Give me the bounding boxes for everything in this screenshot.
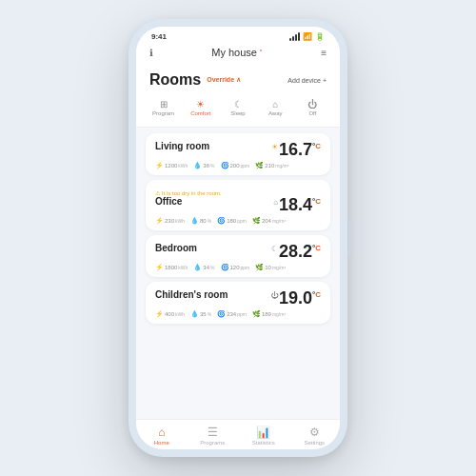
tab-program[interactable]: ⊞ Program [146,96,181,119]
stat-air-quality: 🌿 10 mg/m³ [255,264,286,271]
humidity-icon: 💧 [190,310,199,318]
off-mode-icon: ⏻ [270,291,278,300]
house-selector[interactable]: My house ˅ [211,47,263,58]
room-stats: ⚡ 400 kWh 💧 35 % 🌀 234 ppm [155,310,321,318]
room-name: Bedroom [155,243,197,253]
room-card-office[interactable]: ⚠ It is too dry in the room. Office ⌂ 18… [146,180,330,230]
nav-programs[interactable]: ☰ Programs [188,426,239,446]
house-name: My house [211,47,257,58]
room-stats: ⚡ 1200 kWh 💧 36 % 🌀 200 ppm [155,162,321,169]
wifi-icon: 📶 [303,32,312,41]
humidity-icon: 💧 [193,162,202,169]
rooms-title: Rooms [149,71,201,89]
away-icon: ⌂ [272,99,278,109]
air-quality-icon: 🌿 [255,162,264,169]
room-temperature: 18.4°C [279,196,321,213]
stat-energy: ⚡ 1800 kWh [155,264,188,271]
room-stats: ⚡ 230 kWh 💧 80 % 🌀 180 ppm [155,217,321,225]
tab-sleep[interactable]: ☾ Sleep [220,96,255,119]
scroll-indicator [348,219,351,257]
chevron-down-icon: ˅ [259,49,263,57]
tab-away[interactable]: ⌂ Away [258,96,293,119]
room-card-header: Living room ☀ 16.7°C [155,141,321,158]
energy-icon: ⚡ [155,310,164,318]
room-card-childrens-room[interactable]: Children's room ⏻ 19.0°C ⚡ 400 kWh [146,282,330,324]
signal-icon [289,33,300,41]
air-quality-icon: 🌿 [252,217,261,225]
stat-energy: ⚡ 230 kWh [155,217,185,225]
sun-icon: ☀ [271,143,278,151]
comfort-icon: ☀ [196,99,205,109]
add-device-button[interactable]: Add device + [288,77,327,84]
stat-airflow: 🌀 200 ppm [221,162,250,169]
room-name: Children's room [155,289,228,300]
mode-tabs: ⊞ Program ☀ Comfort ☾ Sleep ⌂ Away ⏻ Off [136,92,340,128]
info-icon[interactable]: ℹ [149,48,153,58]
programs-icon: ☰ [208,426,218,439]
program-icon: ⊞ [160,99,168,109]
energy-icon: ⚡ [155,264,164,271]
stat-energy: ⚡ 400 kWh [155,310,185,318]
off-icon: ⏻ [307,99,317,109]
room-temperature: 19.0°C [279,289,321,307]
stat-energy: ⚡ 1200 kWh [155,162,188,169]
tab-comfort-label: Comfort [190,110,210,116]
stat-air-quality: 🌿 204 mg/m³ [252,217,286,225]
status-icons: 📶 🔋 [289,32,325,41]
room-card-header: Office ⌂ 18.4°C [155,196,321,213]
humidity-icon: 💧 [190,217,199,225]
status-bar: 9:41 📶 🔋 [136,27,340,43]
battery-icon: 🔋 [315,32,325,41]
tab-program-label: Program [152,110,174,116]
tab-off-label: Off [308,110,316,116]
alert-icon: ⚠ [155,189,160,196]
energy-icon: ⚡ [155,217,164,225]
statistics-icon: 📊 [256,426,270,439]
room-temperature: 16.7°C [279,141,321,158]
tab-off[interactable]: ⏻ Off [295,96,330,119]
air-quality-icon: 🌿 [252,310,261,318]
stat-airflow: 🌀 120 ppm [221,264,250,271]
away-mode-icon: ⌂ [273,198,278,207]
bottom-nav: ⌂ Home ☰ Programs 📊 Statistics ⚙ Setting… [136,419,340,449]
airflow-icon: 🌀 [217,217,226,225]
status-time: 9:41 [151,32,167,41]
room-name: Office [155,196,182,207]
airflow-icon: 🌀 [217,310,226,318]
rooms-list: Living room ☀ 16.7°C ⚡ 1200 kWh [136,128,340,419]
override-button[interactable]: Override ∧ [207,76,241,84]
nav-statistics-label: Statistics [252,440,275,446]
stat-humidity: 💧 36 % [193,162,214,169]
room-card-header: Children's room ⏻ 19.0°C [155,289,321,307]
phone-frame: 9:41 📶 🔋 ℹ My house ˅ ≡ Ro [129,19,347,457]
humidity-icon: 💧 [193,264,202,271]
nav-settings[interactable]: ⚙ Settings [289,426,341,446]
menu-icon[interactable]: ≡ [321,48,327,58]
nav-statistics[interactable]: 📊 Statistics [238,426,289,446]
sleep-mode-icon: ☾ [271,245,278,253]
room-stats: ⚡ 1800 kWh 💧 34 % 🌀 120 ppm [155,264,321,271]
airflow-icon: 🌀 [221,162,229,169]
nav-home[interactable]: ⌂ Home [136,426,188,446]
nav-settings-label: Settings [304,440,325,446]
room-card-living-room[interactable]: Living room ☀ 16.7°C ⚡ 1200 kWh [146,133,330,175]
rooms-header: Rooms Override ∧ Add device + [136,64,340,92]
stat-humidity: 💧 35 % [190,310,211,318]
tab-comfort[interactable]: ☀ Comfort [183,96,218,119]
room-name: Living room [155,141,209,151]
room-card-header: Bedroom ☾ 28.2°C [155,243,321,260]
stat-humidity: 💧 34 % [193,264,214,271]
room-temperature: 28.2°C [279,243,321,260]
sleep-icon: ☾ [234,99,243,109]
settings-icon: ⚙ [309,426,320,439]
phone-screen: 9:41 📶 🔋 ℹ My house ˅ ≡ Ro [136,27,340,449]
stat-humidity: 💧 80 % [190,217,211,225]
tab-away-label: Away [268,110,283,116]
room-card-bedroom[interactable]: Bedroom ☾ 28.2°C ⚡ 1800 kWh [146,235,330,277]
stat-airflow: 🌀 234 ppm [217,310,247,318]
stat-air-quality: 🌿 189 mg/m³ [252,310,286,318]
energy-icon: ⚡ [155,162,164,169]
tab-sleep-label: Sleep [230,110,245,116]
air-quality-icon: 🌿 [255,264,264,271]
stat-airflow: 🌀 180 ppm [217,217,247,225]
